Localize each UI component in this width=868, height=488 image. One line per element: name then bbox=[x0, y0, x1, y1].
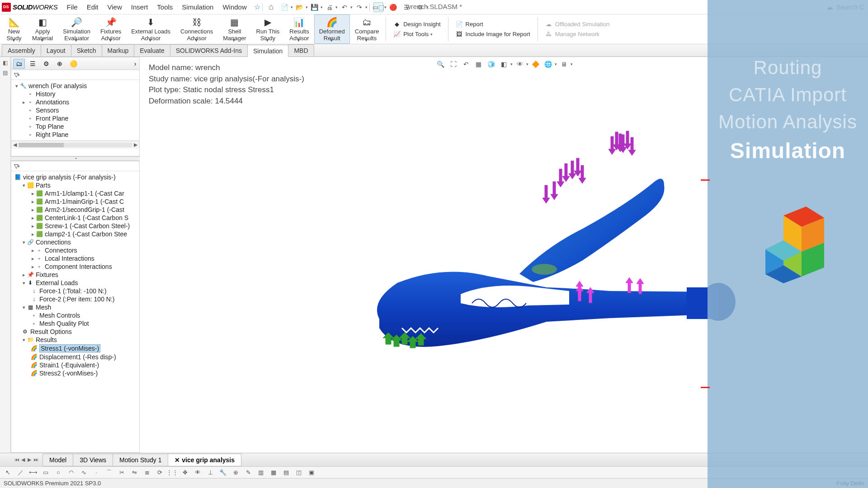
strip-icon[interactable]: ▤ bbox=[3, 70, 8, 76]
conn-item[interactable]: ▸▫Component Interactions bbox=[12, 263, 138, 271]
btab-motion-study-1[interactable]: Motion Study 1 bbox=[113, 454, 168, 466]
study-root[interactable]: 📘vice grip analysis (-For analysis-) bbox=[12, 173, 138, 181]
part-item[interactable]: ▸🟩clamp2-1 (-Cast Carbon Stee bbox=[12, 230, 138, 238]
zoom-area-icon[interactable]: ⛶ bbox=[448, 59, 459, 70]
render-icon[interactable]: 🖥 bbox=[559, 59, 570, 70]
ribbon-external-loads[interactable]: ⬇ External Loads Advisor ▾ bbox=[126, 14, 175, 44]
point-tool-icon[interactable]: · bbox=[91, 468, 101, 477]
fillet-tool-icon[interactable]: ⌒ bbox=[104, 468, 114, 477]
tab-layout[interactable]: Layout bbox=[41, 44, 71, 56]
menu-file[interactable]: File bbox=[62, 0, 82, 14]
ribbon-apply[interactable]: ◧ Apply Material ▾ bbox=[27, 14, 58, 44]
ribbon-run-this[interactable]: ▶ Run This Study ▾ bbox=[251, 14, 285, 44]
mesh-item[interactable]: ▫Mesh Controls bbox=[12, 311, 138, 319]
tree-root[interactable]: ▾🔧wrench (For analysis bbox=[12, 82, 138, 90]
rapid-sketch-icon[interactable]: ✎ bbox=[243, 468, 253, 477]
study-conn[interactable]: ▾🔗Connections bbox=[12, 238, 138, 246]
menu-simulation[interactable]: Simulation bbox=[177, 0, 218, 14]
prev-tab-icon[interactable]: ◀ bbox=[20, 457, 26, 463]
ribbon-connections[interactable]: ⛓ Connections Advisor ▾ bbox=[175, 14, 218, 44]
next-tab-icon[interactable]: ▶ bbox=[26, 457, 33, 463]
study-mesh[interactable]: ▾▦Mesh bbox=[12, 303, 138, 311]
rect-tool-icon[interactable]: ▭ bbox=[41, 468, 51, 477]
ribbon-compare[interactable]: 🗂 Compare Results ▾ bbox=[350, 14, 384, 44]
ribbon-new[interactable]: 📐 New Study ▾ bbox=[1, 14, 27, 44]
last-tab-icon[interactable]: ⏭ bbox=[33, 457, 39, 463]
orient-icon[interactable]: 🧊 bbox=[486, 59, 497, 70]
move-tool-icon[interactable]: ✥ bbox=[180, 468, 190, 477]
tab-simulation[interactable]: Simulation bbox=[247, 45, 288, 57]
print-icon[interactable] bbox=[325, 2, 335, 12]
rebuild-icon[interactable]: 🔴 bbox=[388, 2, 398, 12]
arc-tool-icon[interactable]: ◠ bbox=[66, 468, 76, 477]
tree-hscroll[interactable]: ◀▶ bbox=[11, 141, 139, 149]
fm-tab-display-icon[interactable]: 🟡 bbox=[67, 59, 79, 69]
select-icon[interactable]: ⬚ bbox=[373, 2, 383, 12]
first-tab-icon[interactable]: ⏮ bbox=[14, 457, 20, 463]
save-icon[interactable] bbox=[310, 2, 320, 12]
tab-mbd[interactable]: MBD bbox=[288, 44, 314, 56]
ribbon-deformed[interactable]: 🌈 Deformed Result ▾ bbox=[314, 14, 350, 44]
scene-icon[interactable]: 🌐 bbox=[543, 59, 554, 70]
menu-window[interactable]: Window bbox=[218, 0, 251, 14]
result-item[interactable]: 🌈Displacement1 (-Res disp-) bbox=[12, 353, 138, 361]
load-item[interactable]: ↓Force-1 (:Total: -100 N:) bbox=[12, 287, 138, 295]
tree-item[interactable]: ▫History bbox=[12, 90, 138, 98]
study-tree[interactable]: 📘vice grip analysis (-For analysis-)▾🟨Pa… bbox=[11, 171, 139, 379]
chevron-right-icon[interactable]: › bbox=[131, 60, 139, 67]
new-doc-icon[interactable] bbox=[280, 2, 290, 12]
menu-view[interactable]: View bbox=[103, 0, 127, 14]
smart-dim-icon[interactable]: ⟷ bbox=[28, 468, 38, 477]
tree-item[interactable]: ▫Top Plane bbox=[12, 122, 138, 131]
btab-3d-views[interactable]: 3D Views bbox=[73, 454, 113, 466]
ribbon-results[interactable]: 📊 Results Advisor ▾ bbox=[284, 14, 314, 44]
tab-markup[interactable]: Markup bbox=[102, 44, 135, 56]
trim-tool-icon[interactable]: ✂ bbox=[117, 468, 127, 477]
menu-insert[interactable]: Insert bbox=[127, 0, 153, 14]
menu-edit[interactable]: Edit bbox=[82, 0, 103, 14]
fm-tab-feature-icon[interactable]: 🗂 bbox=[13, 59, 25, 69]
line-tool-icon[interactable]: ／ bbox=[15, 468, 25, 477]
result-item[interactable]: 🌈Strain1 (-Equivalent-) bbox=[12, 361, 138, 369]
fm-tab-config-icon[interactable]: ⚙ bbox=[40, 59, 52, 69]
offset-tool-icon[interactable]: ≣ bbox=[142, 468, 152, 477]
study-parts[interactable]: ▾🟨Parts bbox=[12, 181, 138, 189]
conn-item[interactable]: ▸▫Connectors bbox=[12, 246, 138, 254]
select-tool-icon[interactable]: ↖ bbox=[3, 468, 13, 477]
tree-item[interactable]: ▸▫Annotations bbox=[12, 98, 138, 106]
hide-icon[interactable]: 👁 bbox=[514, 59, 525, 70]
fm-tab-dim-icon[interactable]: ⊕ bbox=[54, 59, 66, 69]
result-item[interactable]: 🌈Stress2 (-vonMises-) bbox=[12, 369, 138, 377]
load-item[interactable]: ↓Force-2 (:Per item: 100 N:) bbox=[12, 295, 138, 303]
convert-tool-icon[interactable]: ⟳ bbox=[155, 468, 165, 477]
ribbon-fixtures[interactable]: 📌 Fixtures Advisor ▾ bbox=[95, 14, 126, 44]
redo-icon[interactable] bbox=[354, 2, 364, 12]
section-icon[interactable]: ▦ bbox=[473, 59, 484, 70]
mirror-tool-icon[interactable]: ⇋ bbox=[129, 468, 139, 477]
quick-snap-icon[interactable]: ⊕ bbox=[231, 468, 241, 477]
sketch-tool-icon[interactable]: ▣ bbox=[307, 468, 316, 477]
appearance-icon[interactable]: 🔶 bbox=[530, 59, 541, 70]
conn-item[interactable]: ▸▫Local Interactions bbox=[12, 254, 138, 263]
fm-tab-prop-icon[interactable]: ☰ bbox=[27, 59, 38, 69]
btab-vice-grip-analysis[interactable]: ✕ vice grip analysis bbox=[168, 454, 241, 466]
ribbon-report[interactable]: 📄 Report bbox=[452, 19, 534, 29]
spline-tool-icon[interactable]: ∿ bbox=[79, 468, 89, 477]
ribbon-plot-tools[interactable]: 📈 Plot Tools▾ bbox=[390, 29, 444, 39]
tab-evaluate[interactable]: Evaluate bbox=[134, 44, 170, 56]
sketch-tool-icon[interactable]: ▦ bbox=[269, 468, 278, 477]
study-fixtures[interactable]: ▸📌Fixtures bbox=[12, 271, 138, 279]
btab-model[interactable]: Model bbox=[42, 454, 73, 466]
display-icon[interactable]: ◧ bbox=[499, 59, 509, 70]
splitter[interactable] bbox=[11, 156, 140, 161]
sketch-tool-icon[interactable]: ◫ bbox=[294, 468, 304, 477]
circle-tool-icon[interactable]: ○ bbox=[53, 468, 63, 477]
ribbon-shell[interactable]: ▦ Shell Manager ▾ bbox=[218, 14, 251, 44]
ribbon-simulation[interactable]: 🔎 Simulation Evaluator ▾ bbox=[58, 14, 95, 44]
undo-icon[interactable] bbox=[340, 2, 349, 12]
zoom-fit-icon[interactable]: 🔍 bbox=[435, 59, 446, 70]
prev-view-icon[interactable]: ↶ bbox=[461, 59, 472, 70]
study-results[interactable]: ▾📁Results bbox=[12, 336, 138, 344]
tab-sketch[interactable]: Sketch bbox=[71, 44, 102, 56]
tab-assembly[interactable]: Assembly bbox=[2, 44, 41, 56]
